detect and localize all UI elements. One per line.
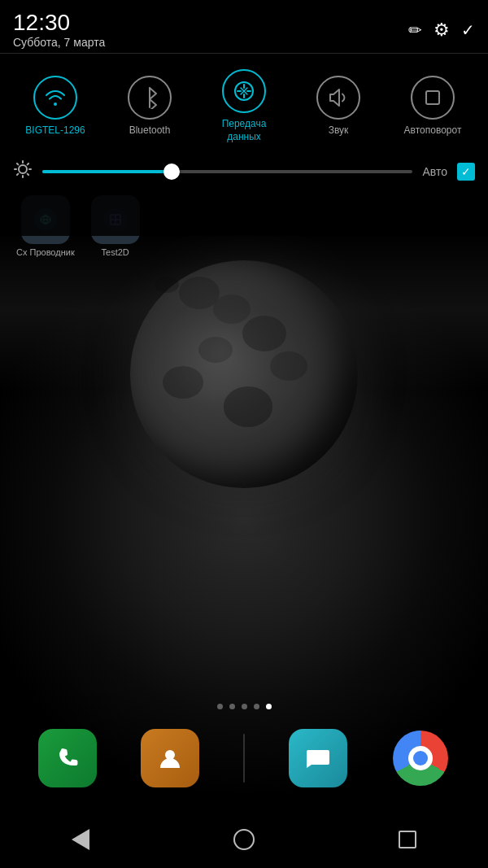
auto-checkmark: ✓ [461, 165, 471, 178]
dock-chrome[interactable] [391, 729, 450, 787]
page-indicator [0, 704, 488, 709]
status-time: 12:30 [13, 11, 105, 36]
nav-home-button[interactable] [233, 829, 255, 850]
expand-icon[interactable]: ✓ [461, 20, 475, 40]
wifi-icon-circle [33, 76, 77, 120]
status-bar: 12:30 Суббота, 7 марта ✏ ⚙ ✓ [0, 0, 488, 53]
dot-2 [229, 704, 235, 709]
svg-point-2 [19, 165, 27, 173]
test2d-label: Test2D [102, 247, 129, 257]
bluetooth-icon-circle [128, 76, 172, 120]
bluetooth-label: Bluetooth [129, 124, 171, 137]
sound-label: Звук [329, 124, 349, 137]
data-icon-circle [222, 69, 266, 113]
status-date: Суббота, 7 марта [13, 36, 105, 50]
quick-toggles: BIGTEL-1296 Bluetooth Передачаданных [0, 54, 488, 151]
toggle-bluetooth[interactable]: Bluetooth [117, 76, 182, 137]
brightness-row: Авто ✓ [0, 151, 488, 192]
dock [0, 713, 488, 803]
explorer-label: Сх Проводник [16, 247, 75, 257]
dock-contacts[interactable] [141, 729, 199, 787]
nav-recents-button[interactable] [399, 831, 416, 848]
sound-icon-circle [316, 76, 360, 120]
status-time-block: 12:30 Суббота, 7 марта [13, 11, 105, 50]
dot-4 [254, 704, 259, 709]
toggle-wifi[interactable]: BIGTEL-1296 [23, 76, 88, 137]
data-label: Передачаданных [222, 118, 267, 143]
brightness-thumb[interactable] [163, 164, 180, 180]
nav-back-button[interactable] [72, 829, 89, 850]
nav-bar [0, 811, 488, 868]
toggle-sound[interactable]: Звук [306, 76, 371, 137]
dock-messages[interactable] [289, 729, 347, 787]
toggle-data[interactable]: Передачаданных [211, 69, 277, 143]
rotate-icon-circle [411, 76, 455, 120]
auto-checkbox[interactable]: ✓ [457, 163, 475, 181]
svg-rect-1 [426, 91, 439, 104]
dot-1 [217, 704, 223, 709]
dot-5 [266, 704, 272, 709]
edit-icon[interactable]: ✏ [408, 20, 422, 40]
rotate-label: Автоповорот [404, 124, 462, 137]
toggle-rotate[interactable]: Автоповорот [400, 76, 465, 137]
brightness-fill [42, 170, 172, 173]
settings-icon[interactable]: ⚙ [434, 20, 450, 41]
chrome-icon [393, 731, 448, 786]
dot-3 [242, 704, 247, 709]
brightness-slider[interactable] [42, 170, 412, 173]
brightness-icon [13, 159, 33, 184]
dock-separator [243, 734, 245, 783]
status-icons: ✏ ⚙ ✓ [408, 20, 475, 41]
dock-phone[interactable] [38, 729, 97, 787]
auto-label: Авто [422, 165, 447, 178]
wifi-label: BIGTEL-1296 [25, 124, 85, 137]
